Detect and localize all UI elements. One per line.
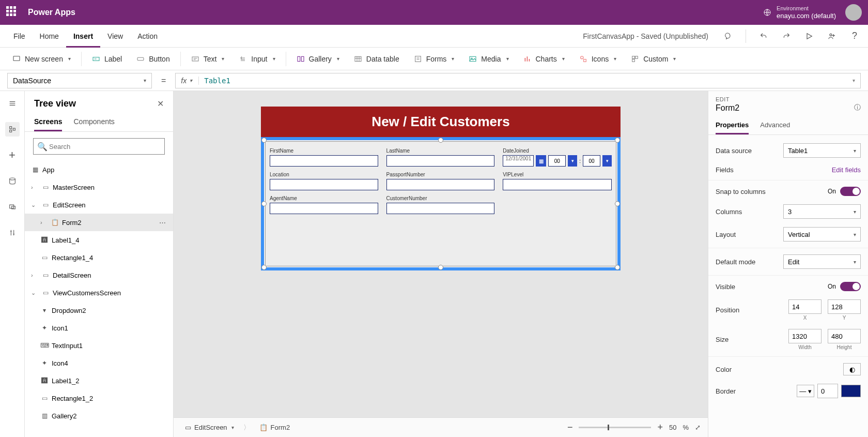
toggle-snap[interactable] [840,187,861,196]
menu-home[interactable]: Home [33,25,66,48]
tree-item-detailscreen[interactable]: ›▭DetailScreen [25,266,173,284]
undo-icon[interactable] [756,29,771,43]
tree-item-label14[interactable]: 🅰Label1_4 [25,231,173,249]
tree-view-icon[interactable] [5,122,20,137]
new-screen-button[interactable]: New screen▾ [6,51,77,67]
tab-properties[interactable]: Properties [716,117,749,134]
close-icon[interactable]: ✕ [157,99,164,109]
chevron-down-icon[interactable]: ▾ [568,155,577,167]
property-selector[interactable]: DataSource▾ [7,73,152,88]
user-avatar[interactable] [845,4,862,21]
more-icon[interactable]: ⋯ [159,219,167,227]
environment-value: enayu.com (default) [777,12,836,20]
dropdown-icon: ▾ [40,306,49,314]
media-panel-icon[interactable] [5,200,20,214]
tree-search-input[interactable] [33,138,165,155]
gallery-button[interactable]: Gallery▾ [290,51,346,67]
menu-insert[interactable]: Insert [66,25,100,48]
tree-item-rect12[interactable]: ▭Rectangle1_2 [25,389,173,407]
input-x[interactable] [788,299,822,314]
field-input-passport[interactable] [386,179,495,190]
input-width[interactable] [788,329,822,343]
media-button[interactable]: Media▾ [462,51,515,67]
label-icon: 🅰 [40,236,49,244]
input-height[interactable] [828,329,861,343]
date-input[interactable]: 12/31/2001 [503,155,534,167]
toggle-visible[interactable] [840,282,861,291]
field-input-vip[interactable] [503,179,612,190]
data-icon[interactable] [5,174,20,188]
formula-expand-icon[interactable]: ▾ [853,78,855,83]
tab-screens[interactable]: Screens [34,113,62,131]
tree-item-viewcustomers[interactable]: ⌄▭ViewCustomersScreen [25,284,173,302]
button-button[interactable]: Button [130,51,176,67]
tree-item-label12[interactable]: 🅰Label1_2 [25,372,173,389]
tab-components[interactable]: Components [73,113,114,131]
tree-item-form2[interactable]: ›📋Form2⋯ [25,214,173,231]
tree-item-textinput1[interactable]: ⌨TextInput1 [25,337,173,354]
tab-advanced[interactable]: Advanced [760,117,790,134]
menu-action[interactable]: Action [130,25,165,48]
svg-rect-17 [9,127,11,129]
help-icon[interactable]: ⓘ [854,103,861,112]
tree-item-dropdown2[interactable]: ▾Dropdown2 [25,302,173,319]
label-button[interactable]: Label [86,51,128,67]
field-input-agent[interactable] [270,203,378,214]
field-input-location[interactable] [270,179,378,190]
text-button[interactable]: Text▾ [185,51,231,67]
field-input-lastname[interactable] [386,155,495,167]
tools-icon[interactable] [5,225,20,240]
environment-picker[interactable]: Environment enayu.com (default) [763,5,836,20]
formula-input[interactable]: fx▾ Table1 ▾ [175,73,861,88]
color-picker[interactable]: ◐ [843,363,861,375]
tree-item-app[interactable]: ▦App [25,161,173,178]
redo-icon[interactable] [779,29,794,43]
props-name: Form2 [716,103,739,113]
share-icon[interactable] [825,29,839,43]
time-min[interactable]: 00 [583,155,600,167]
app-launcher-icon[interactable] [6,6,19,19]
tree-item-icon4[interactable]: ✦Icon4 [25,354,173,372]
icons-button[interactable]: Icons▾ [573,51,623,67]
tree-item-icon1[interactable]: ✦Icon1 [25,319,173,337]
hamburger-icon[interactable] [5,96,20,111]
link-edit-fields[interactable]: Edit fields [832,166,861,174]
menu-file[interactable]: File [6,25,33,48]
app-checker-icon[interactable] [721,29,735,43]
chevron-down-icon[interactable]: ▾ [602,155,612,167]
input-border-width[interactable] [817,384,838,398]
border-style-select[interactable]: — ▾ [797,385,814,397]
select-layout[interactable]: Vertical▾ [783,227,861,242]
border-color[interactable] [841,385,861,397]
form-icon: 📋 [51,218,59,227]
help-icon[interactable]: ? [847,29,862,43]
breadcrumb-form[interactable]: 📋Form2 [255,424,295,431]
forms-button[interactable]: Forms▾ [408,51,461,67]
tree-item-editscreen[interactable]: ⌄▭EditScreen [25,196,173,214]
zoom-in-icon[interactable]: + [657,422,663,433]
field-input-custnum[interactable] [386,203,495,214]
zoom-slider[interactable] [579,427,651,428]
form-selection[interactable]: FirstName LastName DateJoined 12/31/2001… [261,137,621,270]
play-icon[interactable] [802,29,816,43]
select-datasource[interactable]: Table1▾ [783,143,861,158]
menu-view[interactable]: View [100,25,130,48]
custom-button[interactable]: Custom▾ [625,51,682,67]
tree-item-rect14[interactable]: ▭Rectangle1_4 [25,249,173,266]
tree-item-masterscreen[interactable]: ›▭MasterScreen [25,178,173,196]
zoom-out-icon[interactable]: − [567,422,573,433]
input-button[interactable]: Input▾ [233,51,281,67]
charts-button[interactable]: Charts▾ [517,51,571,67]
input-y[interactable] [828,299,861,314]
select-columns[interactable]: 3▾ [783,204,861,219]
breadcrumb-screen[interactable]: ▭EditScreen▾ [181,424,238,431]
tree-item-gallery2[interactable]: ▥Gallery2 [25,407,173,425]
fit-icon[interactable]: ⤢ [695,424,701,431]
canvas-screen[interactable]: New / Edit Customers FirstName LastName [261,107,621,270]
calendar-icon[interactable]: ▦ [536,155,546,167]
time-hour[interactable]: 00 [548,155,566,167]
field-input-firstname[interactable] [270,155,378,167]
insert-icon[interactable]: + [5,148,20,162]
data-table-button[interactable]: Data table [348,51,406,67]
select-defaultmode[interactable]: Edit▾ [783,254,861,269]
